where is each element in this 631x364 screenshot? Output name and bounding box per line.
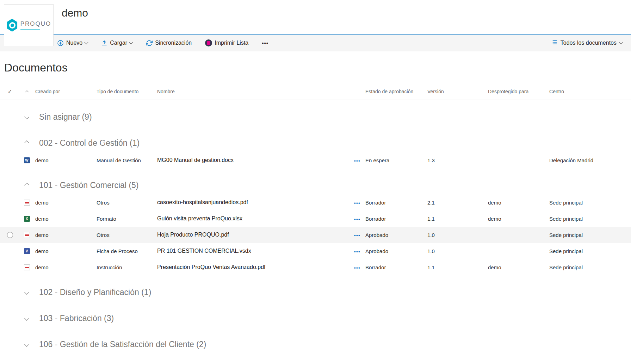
group-header-row[interactable]: 101 - Gestión Comercial (5) (0, 168, 631, 194)
table-header: ✓ Creado por Tipo de documento Nombre Es… (0, 84, 631, 100)
row-desprotegido (488, 152, 549, 168)
upload-button-label: Cargar (110, 40, 127, 46)
row-tipo-documento: Instrucción (97, 259, 157, 275)
app-header: PROQUO demo (0, 0, 631, 34)
select-all-check-icon[interactable]: ✓ (8, 88, 12, 94)
group-header-row[interactable]: 103 - Fabricación (3) (0, 301, 631, 327)
collapse-all-chevron-icon[interactable] (25, 90, 29, 94)
document-link[interactable]: casoexito-hospitalsanjuandedios.pdf (157, 199, 248, 205)
group-header-row[interactable]: 106 - Gestión de la Satisfacción del Cli… (0, 327, 631, 353)
chevron-down-icon (619, 40, 623, 44)
chevron-down-icon[interactable] (24, 342, 29, 347)
column-header-tipo-documento[interactable]: Tipo de documento (97, 84, 157, 100)
row-select-cell[interactable] (0, 194, 20, 211)
chevron-down-icon[interactable] (24, 290, 29, 295)
site-logo[interactable]: PROQUO (4, 4, 54, 46)
group-label[interactable]: Sin asignar (9) (34, 100, 631, 126)
row-desprotegido: demo (488, 194, 549, 211)
pdf-file-icon (24, 200, 30, 206)
sync-button-label: Sincronización (155, 40, 192, 46)
chevron-up-icon[interactable] (24, 183, 29, 188)
document-link[interactable]: Presentación ProQuo Ventas Avanzado.pdf (157, 264, 265, 270)
more-commands-button[interactable]: ••• (262, 40, 268, 46)
row-tipo-documento: Manual de Gestión (97, 152, 157, 168)
row-select-cell[interactable] (0, 243, 20, 259)
row-creado-por: demo (34, 243, 97, 259)
proquo-logo-icon (6, 19, 18, 32)
upload-icon (101, 40, 107, 46)
chevron-up-icon[interactable] (24, 140, 29, 145)
table-row[interactable]: demo Otros Hoja Producto PROQUO.pdf ••• … (0, 227, 631, 243)
row-desprotegido: demo (488, 259, 549, 275)
list-view-icon (551, 39, 557, 47)
command-bar: Nuevo Cargar Sincronización Imprimir Lis… (0, 34, 631, 51)
row-menu-button[interactable]: ••• (354, 265, 360, 270)
column-header-estado-aprobacion[interactable]: Estado de aprobación (365, 84, 427, 100)
print-list-icon (205, 39, 212, 46)
row-centro: Sede principal (549, 227, 631, 243)
row-centro: Sede principal (549, 243, 631, 259)
chevron-down-icon (85, 40, 88, 44)
chevron-down-icon[interactable] (24, 114, 29, 119)
upload-button[interactable]: Cargar (101, 40, 132, 46)
table-row[interactable]: demo Instrucción Presentación ProQuo Ven… (0, 259, 631, 275)
table-row[interactable]: demo Otros casoexito-hospitalsanjuandedi… (0, 194, 631, 211)
view-selector-label: Todos los documentos (561, 40, 617, 46)
row-version: 1.3 (427, 152, 488, 168)
brand-name: PROQUO (20, 20, 51, 27)
new-button[interactable]: Nuevo (57, 40, 88, 46)
group-label[interactable]: 002 - Control de Gestión (1) (34, 126, 631, 152)
row-creado-por: demo (34, 211, 97, 227)
row-select-cell[interactable] (0, 259, 20, 275)
group-header-row[interactable]: Sin asignar (9) (0, 100, 631, 126)
row-menu-button[interactable]: ••• (354, 249, 360, 254)
print-list-label: Imprimir Lista (215, 40, 248, 46)
column-header-creado-por[interactable]: Creado por (34, 84, 97, 100)
table-row[interactable]: demo Formato Guión visita preventa ProQu… (0, 211, 631, 227)
row-estado: Aprobado (365, 227, 427, 243)
column-header-version[interactable]: Versión (427, 84, 488, 100)
column-header-centro[interactable]: Centro (549, 84, 631, 100)
row-menu-button[interactable]: ••• (354, 158, 360, 163)
row-version: 1.1 (427, 211, 488, 227)
row-menu-button[interactable]: ••• (354, 200, 360, 206)
sync-icon (146, 40, 153, 46)
excel-file-icon (24, 216, 30, 222)
document-link[interactable]: PR 101 GESTION COMERCIAL.vsdx (157, 248, 251, 254)
group-label[interactable]: 103 - Fabricación (3) (34, 301, 631, 327)
chevron-down-icon[interactable] (24, 316, 29, 321)
page-title: Documentos (4, 61, 631, 74)
row-select-cell[interactable] (0, 211, 20, 227)
group-label[interactable]: 106 - Gestión de la Satisfacción del Cli… (34, 327, 631, 353)
plus-circle-icon (57, 40, 64, 46)
column-header-desprotegido-para[interactable]: Desprotegido para (488, 84, 549, 100)
table-row[interactable]: demo Ficha de Proceso PR 101 GESTION COM… (0, 243, 631, 259)
row-menu-button[interactable]: ••• (354, 216, 360, 222)
new-button-label: Nuevo (66, 40, 82, 46)
row-desprotegido: demo (488, 211, 549, 227)
row-estado: Borrador (365, 194, 427, 211)
chevron-down-icon (129, 40, 133, 44)
document-link[interactable]: MG00 Manual de gestion.docx (157, 157, 234, 163)
print-list-button[interactable]: Imprimir Lista (205, 39, 248, 46)
row-creado-por: demo (34, 227, 97, 243)
group-header-row[interactable]: 102 - Diseño y Planificación (1) (0, 275, 631, 301)
visio-file-icon (24, 248, 30, 254)
row-desprotegido (488, 227, 549, 243)
row-desprotegido (488, 243, 549, 259)
row-tipo-documento: Formato (97, 211, 157, 227)
document-link[interactable]: Hoja Producto PROQUO.pdf (157, 232, 229, 238)
group-label[interactable]: 102 - Diseño y Planificación (1) (34, 275, 631, 301)
group-header-row[interactable]: 002 - Control de Gestión (1) (0, 126, 631, 152)
row-selected-radio[interactable] (7, 232, 13, 238)
group-label[interactable]: 101 - Gestión Comercial (5) (34, 168, 631, 194)
column-header-nombre[interactable]: Nombre (157, 84, 365, 100)
row-menu-button[interactable]: ••• (354, 233, 360, 238)
sync-button[interactable]: Sincronización (146, 40, 192, 46)
pdf-file-icon (24, 264, 30, 270)
row-select-cell[interactable] (0, 152, 20, 168)
document-link[interactable]: Guión visita preventa ProQuo.xlsx (157, 215, 242, 221)
table-row[interactable]: demo Manual de Gestión MG00 Manual de ge… (0, 152, 631, 168)
documents-table: ✓ Creado por Tipo de documento Nombre Es… (0, 84, 631, 353)
view-selector[interactable]: Todos los documentos (551, 39, 623, 47)
